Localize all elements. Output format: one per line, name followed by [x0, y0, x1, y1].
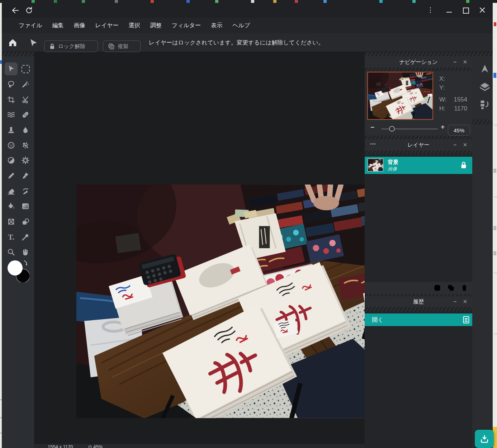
zoom-in-button[interactable]: +: [441, 123, 445, 131]
status-zoom-level[interactable]: ⊙ 45%: [88, 444, 103, 448]
navigator-panel-icon[interactable]: [480, 64, 490, 74]
nav-x-label: X:: [439, 75, 445, 82]
status-bar: 1554 x 1170 ⊙ 45%: [34, 444, 365, 448]
pencil-tool[interactable]: [5, 169, 18, 182]
paint-bucket-tool[interactable]: [5, 200, 18, 213]
reload-icon[interactable]: [25, 6, 33, 14]
minimize-button[interactable]: [446, 12, 452, 13]
home-icon[interactable]: [8, 38, 18, 47]
marquee-icon: [22, 65, 30, 73]
maximize-button[interactable]: [463, 8, 469, 14]
menu-file[interactable]: ファイル: [14, 20, 47, 32]
history-close-button[interactable]: ✕: [462, 299, 468, 305]
panel-gap-hatch: [472, 119, 493, 124]
nav-h-value: 1170: [451, 105, 467, 112]
type-tool[interactable]: T.: [5, 231, 18, 244]
menu-image[interactable]: 画像: [69, 20, 90, 32]
hand-tool[interactable]: [19, 246, 32, 259]
crop-tool[interactable]: [5, 93, 18, 106]
duplicate-button-label: 複製: [118, 43, 128, 50]
duplicate-button[interactable]: 複製: [103, 41, 141, 52]
menu-help[interactable]: ヘルプ: [227, 20, 255, 32]
navigation-panel-body: X: Y: W: 1554 H: 1170 − + 45%: [365, 71, 472, 136]
layers-panel-icon[interactable]: [479, 82, 490, 91]
locked-layer-message: レイヤーはロックされています。変更するには解除してください。: [149, 33, 324, 52]
download-button[interactable]: [475, 430, 494, 448]
magic-wand-tool[interactable]: [19, 78, 32, 91]
shapes-tool[interactable]: [19, 215, 32, 228]
history-collapse-button[interactable]: −: [452, 299, 458, 305]
marquee-tool[interactable]: [19, 62, 32, 75]
kebab-menu-icon[interactable]: ⋮: [427, 6, 434, 14]
navigation-thumbnail[interactable]: [367, 72, 433, 120]
lasso-tool[interactable]: [5, 78, 18, 91]
zoom-tool[interactable]: [5, 246, 18, 259]
panel-switch-strip: [472, 56, 493, 448]
layer-thumbnail: [368, 159, 383, 171]
options-toolbar: ロック解除 複製 レイヤーはロックされています。変更するには解除してください。: [2, 33, 493, 52]
history-doc-icon: [463, 316, 469, 324]
contrast-tool[interactable]: [5, 154, 18, 167]
menu-adjust[interactable]: 調整: [145, 20, 167, 32]
duplicate-icon: [108, 43, 114, 49]
foreground-color-swatch: [8, 260, 23, 275]
layer-type: 画像: [388, 166, 397, 172]
menu-filter[interactable]: フィルター: [167, 20, 206, 32]
history-panel-title: 履歴: [413, 298, 424, 305]
layers-footer: [365, 282, 472, 294]
layers-panel-title: レイヤー: [407, 142, 429, 148]
history-entry-label: 開く: [372, 316, 383, 324]
dodge-tool[interactable]: [5, 139, 18, 152]
document-canvas-photo[interactable]: [76, 184, 387, 419]
zoom-slider-handle[interactable]: [389, 126, 395, 132]
desktop-background-strip: [0, 0, 497, 3]
download-icon: [480, 435, 489, 443]
delete-layer-icon[interactable]: [461, 284, 468, 292]
eraser-tool[interactable]: [5, 185, 18, 198]
adjust-tool[interactable]: [19, 154, 32, 167]
transform-tool[interactable]: [5, 215, 18, 228]
back-icon[interactable]: [11, 6, 20, 14]
navigation-collapse-button[interactable]: −: [452, 59, 458, 65]
clone-stamp-tool[interactable]: [5, 124, 18, 137]
layers-close-button[interactable]: ✕: [462, 142, 468, 148]
menu-layer[interactable]: レイヤー: [90, 20, 124, 32]
navigation-close-button[interactable]: ✕: [462, 59, 468, 65]
duplicate-layer-icon[interactable]: [448, 284, 454, 291]
layers-collapse-button[interactable]: −: [452, 142, 458, 148]
sponge-tool[interactable]: [19, 139, 32, 152]
nav-w-label: W:: [439, 96, 446, 103]
gradient-tool[interactable]: [19, 200, 32, 213]
eyedropper-tool[interactable]: [19, 231, 32, 244]
add-layer-icon[interactable]: [434, 284, 441, 291]
liquify-tool[interactable]: [5, 108, 18, 121]
layer-lock-icon[interactable]: [461, 161, 467, 169]
panel-gap-hatch: [365, 151, 472, 154]
history-entry-open[interactable]: 開く: [365, 313, 472, 326]
close-button[interactable]: [479, 7, 485, 13]
menu-view[interactable]: 表示: [206, 20, 227, 32]
blur-tool[interactable]: [19, 124, 32, 137]
color-swatches: [6, 259, 29, 282]
healing-brush-tool[interactable]: [19, 108, 32, 121]
pointer-icon[interactable]: [29, 38, 38, 47]
canvas-workspace[interactable]: 1554 x 1170 ⊙ 45%: [34, 52, 365, 448]
nav-h-label: H:: [439, 105, 445, 112]
brush-tool[interactable]: [19, 169, 32, 182]
mixer-brush-tool[interactable]: [19, 185, 32, 198]
layers-list: 背景 画像: [365, 154, 472, 282]
unlock-button[interactable]: ロック解除: [44, 41, 98, 52]
history-panel-icon[interactable]: [480, 100, 490, 109]
menu-select[interactable]: 選択: [124, 20, 145, 32]
panel-gap-hatch: [365, 307, 472, 312]
slice-tool[interactable]: [19, 93, 32, 106]
menu-edit[interactable]: 編集: [47, 20, 69, 32]
layer-name: 背景: [388, 159, 398, 166]
tool-palette: T.: [2, 56, 34, 448]
menu-bar: ファイル 編集 画像 レイヤー 選択 調整 フィルター 表示 ヘルプ: [2, 18, 493, 33]
layers-menu-dots[interactable]: •••: [370, 141, 376, 147]
zoom-out-button[interactable]: −: [370, 123, 374, 131]
zoom-percent-input[interactable]: 45%: [448, 125, 470, 136]
move-tool[interactable]: [5, 62, 18, 75]
layer-row-background[interactable]: 背景 画像: [365, 157, 472, 174]
